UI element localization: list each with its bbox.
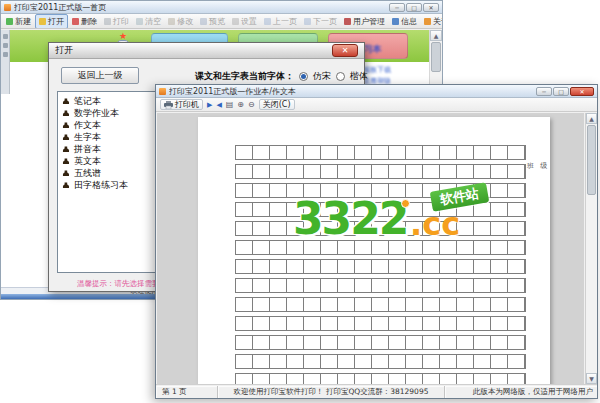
grid-row <box>235 316 526 331</box>
toolbar-button-settings[interactable]: 设置 <box>229 15 260 28</box>
toolbar-button-label: 信息 <box>401 16 417 27</box>
grid-row <box>235 145 526 160</box>
watermark-dot <box>401 199 410 208</box>
grid-row <box>235 164 526 179</box>
main-window-titlebar[interactable]: 打印宝2011正式版—首页 ─ □ ✕ <box>1 1 442 14</box>
toolbar-button-next-page[interactable]: 下一页 <box>301 15 340 28</box>
toolbar-button-label: 预览 <box>209 16 225 27</box>
toolbar-button-label: 关于 <box>433 16 442 27</box>
toolbar-button-new[interactable]: 新建 <box>3 15 34 28</box>
watermark-suffix: .cc <box>410 207 460 241</box>
page-indicator: 第 1 页 <box>156 386 218 398</box>
toolbar-button-info[interactable]: 信息 <box>389 15 420 28</box>
notebook-icon <box>62 133 70 141</box>
notebook-icon <box>62 121 70 129</box>
notebook-icon <box>62 181 70 189</box>
toolbar-button-label: 用户管理 <box>353 16 385 27</box>
toolbar-button-open-folder[interactable]: 打开 <box>35 14 68 29</box>
settings-icon <box>232 18 239 25</box>
clear-icon <box>136 18 143 25</box>
close-button[interactable]: ✕ <box>570 87 594 96</box>
grid-row <box>235 373 526 384</box>
minimize-button[interactable]: ─ <box>389 3 405 12</box>
toolbar-button-label: 打开 <box>48 16 64 27</box>
edit-icon <box>168 18 175 25</box>
toolbar-button-label: 上一页 <box>273 16 297 27</box>
watermark-number: 3322 <box>293 197 407 241</box>
maximize-button[interactable]: □ <box>406 3 422 12</box>
grid-row <box>235 335 526 350</box>
toolbar-button-prev-page[interactable]: 上一页 <box>261 15 300 28</box>
preview-page: 班 级 3322 .cc 软件站 <box>198 117 550 384</box>
side-strip-glyph <box>3 34 8 39</box>
toolbar-button-preview[interactable]: 预览 <box>197 15 228 28</box>
prev-page-icon[interactable]: ◀ <box>216 100 221 110</box>
radio-fangsong-label[interactable]: 仿宋 <box>313 70 331 83</box>
close-preview-label: 关闭(C) <box>263 99 291 110</box>
scroll-up-icon[interactable]: ▲ <box>430 30 442 41</box>
toolbar-button-clear[interactable]: 清空 <box>133 15 164 28</box>
notebook-icon <box>62 157 70 165</box>
grid-row <box>235 278 526 293</box>
side-strip-glyph <box>3 52 8 57</box>
printer-icon <box>164 101 173 109</box>
toolbar-button-edit[interactable]: 修改 <box>165 15 196 28</box>
dialog-close-button[interactable]: ✕ <box>332 44 358 57</box>
open-dialog-title: 打开 <box>55 44 73 57</box>
zoom-in-icon[interactable]: ⊕ <box>237 100 244 110</box>
toolbar-button-user-management[interactable]: 用户管理 <box>341 15 388 28</box>
font-selector-row: 课文和生字表当前字体： 仿宋 楷体 <box>195 70 368 83</box>
preview-scrollbar[interactable]: ▲ ▼ <box>585 113 597 384</box>
watermark: 3322 .cc 软件站 <box>293 189 513 259</box>
zoom-out-icon[interactable]: ⊖ <box>248 100 255 110</box>
toolbar-button-delete[interactable]: 删除 <box>69 15 100 28</box>
app-icon <box>159 88 166 95</box>
close-preview-button[interactable]: 关闭(C) <box>259 99 295 110</box>
notebook-icon <box>62 169 70 177</box>
back-button[interactable]: 返回上一级 <box>61 67 139 84</box>
toolbar-button-about[interactable]: 关于 <box>421 15 442 28</box>
scrollbar-thumb[interactable] <box>587 125 596 195</box>
radio-kaiti[interactable] <box>336 72 345 81</box>
preview-window-titlebar[interactable]: 打印宝2011正式版—作业本/作文本 ─ □ ✕ <box>156 85 597 98</box>
preview-content: 班 级 3322 .cc 软件站 <box>157 113 584 384</box>
toolbar-button-label: 新建 <box>15 16 31 27</box>
new-icon <box>6 18 13 25</box>
print-button[interactable]: 打印机 <box>160 99 203 110</box>
page-header-class-field: 班 级 <box>527 161 549 171</box>
toolbar-button-label: 打印 <box>113 16 129 27</box>
single-page-icon[interactable]: ▤ <box>226 100 234 110</box>
status-message: 欢迎使用打印宝软件打印！ 打印宝QQ交流群：38129095 <box>218 386 445 398</box>
delete-icon <box>72 18 79 25</box>
open-dialog-titlebar[interactable]: 打开 ✕ <box>49 43 364 59</box>
side-strip-glyph <box>3 43 8 48</box>
close-button[interactable]: ✕ <box>423 3 439 12</box>
app-icon <box>4 4 11 11</box>
user-management-icon <box>344 18 351 25</box>
grid <box>235 145 526 384</box>
scrollbar-thumb[interactable] <box>431 42 441 72</box>
toolbar-button-label: 设置 <box>241 16 257 27</box>
toolbar-button-print[interactable]: 打印 <box>101 15 132 28</box>
minimize-button[interactable]: ─ <box>536 87 552 96</box>
toolbar-button-label: 下一页 <box>313 16 337 27</box>
grid-row <box>235 354 526 369</box>
open-folder-icon <box>39 18 46 25</box>
print-icon <box>104 18 111 25</box>
main-window-title: 打印宝2011正式版—首页 <box>14 2 106 13</box>
radio-fangsong[interactable] <box>299 72 308 81</box>
next-page-icon <box>304 18 311 25</box>
scroll-down-icon[interactable]: ▼ <box>586 373 597 384</box>
toolbar-button-label: 修改 <box>177 16 193 27</box>
preview-toolbar: 打印机 ▶ ◀ ▤ ⊕ ⊖ 关闭(C) <box>156 98 597 112</box>
toolbar-button-label: 删除 <box>81 16 97 27</box>
radio-kaiti-label[interactable]: 楷体 <box>350 70 368 83</box>
print-button-label: 打印机 <box>175 99 199 110</box>
list-item-label: 田字格练习本 <box>74 179 128 192</box>
maximize-button[interactable]: □ <box>553 87 569 96</box>
side-panel-strip[interactable] <box>1 30 10 94</box>
preview-window-title: 打印宝2011正式版—作业本/作文本 <box>169 86 296 97</box>
scroll-up-icon[interactable]: ▲ <box>586 113 597 124</box>
notebook-icon <box>62 145 70 153</box>
next-page-icon[interactable]: ▶ <box>207 100 212 110</box>
